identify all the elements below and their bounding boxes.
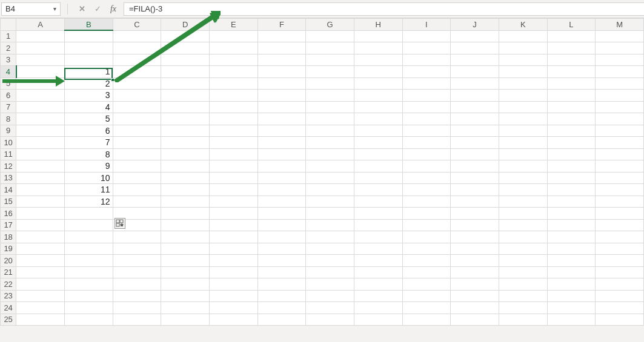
cell-L20[interactable] <box>547 255 596 267</box>
cell-G7[interactable] <box>306 101 354 113</box>
cell-L18[interactable] <box>547 231 596 243</box>
cell-M24[interactable] <box>596 302 644 314</box>
cell-J7[interactable] <box>451 101 499 113</box>
cell-F19[interactable] <box>257 243 306 255</box>
cell-J11[interactable] <box>451 148 499 160</box>
cell-E9[interactable] <box>209 125 257 137</box>
cell-L17[interactable] <box>547 219 596 231</box>
cell-E11[interactable] <box>209 148 257 160</box>
cell-C25[interactable] <box>113 314 161 326</box>
row-header-19[interactable]: 19 <box>1 243 16 255</box>
cell-B11[interactable]: 8 <box>64 148 113 160</box>
cell-M2[interactable] <box>596 42 644 54</box>
cell-A11[interactable] <box>16 148 65 160</box>
cell-F17[interactable] <box>257 219 306 231</box>
cell-J1[interactable] <box>451 30 499 42</box>
cell-A8[interactable] <box>16 113 65 125</box>
cell-D11[interactable] <box>161 148 210 160</box>
cell-A25[interactable] <box>16 314 65 326</box>
cell-D16[interactable] <box>161 208 210 220</box>
cell-E10[interactable] <box>209 137 257 149</box>
cell-G1[interactable] <box>306 30 354 42</box>
cell-H16[interactable] <box>354 208 402 220</box>
row-header-5[interactable]: 5 <box>1 77 16 90</box>
cell-K16[interactable] <box>499 208 547 220</box>
row-header-9[interactable]: 9 <box>1 125 16 137</box>
cell-I18[interactable] <box>402 231 451 243</box>
cell-G12[interactable] <box>306 160 354 173</box>
column-header-K[interactable]: K <box>499 19 547 31</box>
cell-D6[interactable] <box>161 90 210 102</box>
cell-L11[interactable] <box>547 148 596 160</box>
cell-J22[interactable] <box>451 278 499 291</box>
cell-C11[interactable] <box>113 148 161 160</box>
cell-C6[interactable] <box>113 90 161 102</box>
cell-G17[interactable] <box>306 219 354 231</box>
cell-I22[interactable] <box>402 278 451 291</box>
cell-H1[interactable] <box>354 30 402 42</box>
fill-handle[interactable] <box>111 78 115 82</box>
cell-J3[interactable] <box>451 54 499 66</box>
cell-J12[interactable] <box>451 160 499 173</box>
cell-F25[interactable] <box>257 314 306 326</box>
cell-F15[interactable] <box>257 196 306 208</box>
cell-C15[interactable] <box>113 196 161 208</box>
cell-J6[interactable] <box>451 90 499 102</box>
cell-F7[interactable] <box>257 101 306 113</box>
cell-I25[interactable] <box>402 314 451 326</box>
row-header-13[interactable]: 13 <box>1 172 16 184</box>
cell-F14[interactable] <box>257 184 306 196</box>
cell-L8[interactable] <box>547 113 596 125</box>
insert-function-button[interactable]: fx <box>105 4 121 14</box>
cell-B21[interactable] <box>64 266 113 278</box>
cell-A19[interactable] <box>16 243 65 255</box>
cell-C1[interactable] <box>113 30 161 42</box>
cell-M23[interactable] <box>596 290 644 302</box>
cell-J14[interactable] <box>451 184 499 196</box>
cell-K21[interactable] <box>499 266 547 278</box>
row-header-14[interactable]: 14 <box>1 184 16 196</box>
cell-M15[interactable] <box>596 196 644 208</box>
cell-E16[interactable] <box>209 208 257 220</box>
cell-E18[interactable] <box>209 231 257 243</box>
cell-D15[interactable] <box>161 196 210 208</box>
cell-E17[interactable] <box>209 219 257 231</box>
cell-I13[interactable] <box>402 172 451 184</box>
cell-G5[interactable] <box>306 77 354 90</box>
cell-J13[interactable] <box>451 172 499 184</box>
cell-L12[interactable] <box>547 160 596 173</box>
cell-B17[interactable] <box>64 219 113 231</box>
cell-C3[interactable] <box>113 54 161 66</box>
cell-G2[interactable] <box>306 42 354 54</box>
cell-G22[interactable] <box>306 278 354 291</box>
cell-A13[interactable] <box>16 172 65 184</box>
cell-D7[interactable] <box>161 101 210 113</box>
cell-M3[interactable] <box>596 54 644 66</box>
row-header-11[interactable]: 11 <box>1 148 16 160</box>
cell-B23[interactable] <box>64 290 113 302</box>
cell-A2[interactable] <box>16 42 65 54</box>
cell-F1[interactable] <box>257 30 306 42</box>
cell-B14[interactable]: 11 <box>64 184 113 196</box>
column-header-I[interactable]: I <box>402 19 451 31</box>
cell-D4[interactable] <box>161 66 210 78</box>
cell-H10[interactable] <box>354 137 402 149</box>
cell-F3[interactable] <box>257 54 306 66</box>
cell-G14[interactable] <box>306 184 354 196</box>
cell-G19[interactable] <box>306 243 354 255</box>
cell-C7[interactable] <box>113 101 161 113</box>
cell-C22[interactable] <box>113 278 161 291</box>
cell-J21[interactable] <box>451 266 499 278</box>
cell-C2[interactable] <box>113 42 161 54</box>
cell-A14[interactable] <box>16 184 65 196</box>
cell-H5[interactable] <box>354 77 402 90</box>
cell-G3[interactable] <box>306 54 354 66</box>
cell-C14[interactable] <box>113 184 161 196</box>
cell-D24[interactable] <box>161 302 210 314</box>
row-header-21[interactable]: 21 <box>1 266 16 278</box>
cell-L21[interactable] <box>547 266 596 278</box>
cell-K4[interactable] <box>499 66 547 78</box>
cell-I5[interactable] <box>402 77 451 90</box>
cell-M16[interactable] <box>596 208 644 220</box>
cell-I9[interactable] <box>402 125 451 137</box>
